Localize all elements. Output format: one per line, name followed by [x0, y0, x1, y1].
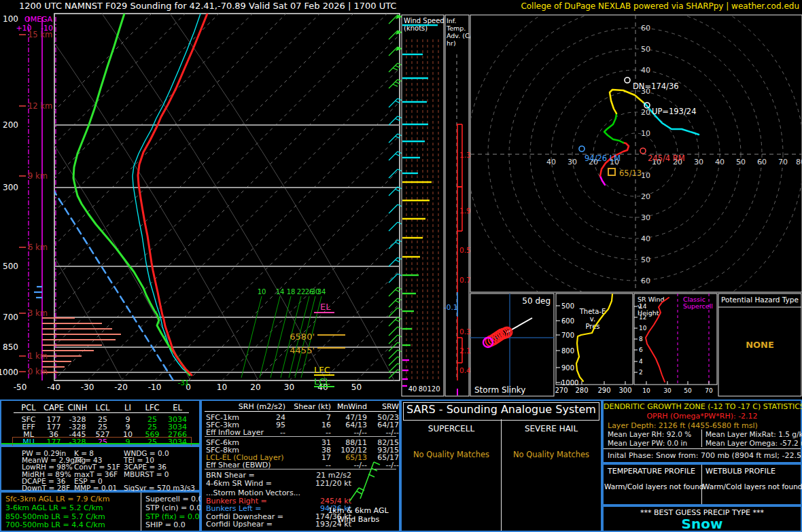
index-row: SHIP = 0.0	[145, 520, 186, 529]
theta-e-ylabel: 1000	[561, 379, 578, 387]
height-label: 3 km	[28, 308, 48, 318]
sars-panel: SARS - Sounding Analogue System SUPERCEL…	[400, 400, 602, 532]
index-row: STP (fix) = 0.0	[145, 512, 200, 521]
hodograph-y-label: 40	[641, 234, 650, 243]
hodograph-x-label: 80	[796, 158, 802, 166]
parcel-header-underline	[14, 412, 189, 413]
wetbulb-profile-header: WETBULB PROFILE	[705, 467, 775, 476]
advection-value: 0.7	[459, 276, 471, 284]
pressure-axis-label: 1000	[0, 368, 18, 377]
mixing-ratio-label: 34	[317, 288, 326, 296]
advection-value: 1.9	[459, 207, 471, 215]
sars-match-result: No Quality Matches	[402, 450, 501, 459]
advection-value: 1.3	[459, 151, 471, 159]
theta-e-ylabel: 800	[561, 347, 574, 355]
barb-inset-caption: Wind Barbs	[317, 515, 399, 524]
dgz-stat: Mean Layer RH: 92.0 %	[608, 430, 691, 438]
advection-title: Adv. (C/	[447, 32, 472, 39]
hodograph-x-label: 60	[757, 158, 767, 166]
sounding-plots-canvas: 1002003005007008501000-50-40-30-20-10010…	[0, 0, 802, 398]
theta-e-ylabel: 600	[561, 317, 574, 325]
theta-e-xlabel: 290	[597, 387, 610, 394]
pressure-axis-label: 850	[3, 342, 18, 352]
el-height-label: 6580'	[290, 332, 315, 342]
pressure-axis-label: 100	[3, 14, 18, 24]
temp-axis-label: -30	[81, 383, 94, 392]
advection-value: 2.1	[459, 347, 471, 355]
lapse-rate-row: Sfc-3km AGL LR = 7.9 C/km	[5, 495, 109, 503]
surface-value-label: -31	[178, 379, 189, 387]
lapse-rate-row: 700-500mb LR = 4.4 C/km	[5, 520, 105, 529]
srh-separator	[205, 436, 396, 437]
hodograph-x-label: 30	[568, 158, 577, 166]
hodograph-y-label: 30	[641, 213, 650, 222]
hodograph-marker-label: 65/13	[619, 169, 642, 178]
windspeed-axis-label: 40	[408, 385, 417, 393]
dendritic-growth-panel: DENDRITIC GROWTH ZONE (-12 TO -17 C) STA…	[602, 400, 802, 463]
agl-wind-barb	[349, 488, 359, 501]
theta-e-xlabel: 270	[555, 387, 568, 394]
advection-title: hr)	[447, 39, 456, 47]
profiles-divider	[701, 465, 702, 504]
dgz-stat: Mean Layer PW: 0.0 in	[608, 439, 687, 447]
srh-header-underline	[205, 411, 396, 412]
agl-wind-barb	[360, 462, 374, 499]
sr-wind-xlabel: 50	[684, 387, 692, 394]
dgz-stat: Mean Layer Omega: -57.2 ub/s	[705, 439, 802, 447]
stat-value: MBURST = 0	[124, 470, 169, 478]
theta-e-ylabel: 900	[561, 364, 574, 372]
dgz-oprh: OPRH (Omega*PW*RH): -2.12	[604, 412, 801, 421]
dgz-divider	[701, 429, 702, 447]
temp-axis-label: 50	[351, 383, 362, 392]
height-label: 12 km	[28, 101, 52, 111]
theta-e-ylabel: 500	[561, 302, 574, 310]
windspeed-title: Wind Speed	[404, 17, 444, 24]
agl-wind-barb-tick	[371, 468, 377, 471]
sars-divider	[501, 419, 502, 531]
sr-wind-ylabel: 10	[639, 325, 647, 332]
pressure-axis-label: 500	[3, 262, 18, 271]
wetbulb-profile-body: Warm/Cold layers not found.	[703, 482, 802, 491]
sr-wind-ylabel: 8	[639, 336, 643, 342]
el-label: EL	[320, 302, 331, 312]
dgz-separator	[604, 448, 801, 449]
thermo-stats-panel: PW = 0.29inK = 8WNDG = 0.0MeanW = 2.9g/k…	[0, 446, 201, 491]
theta-e-title: v.	[590, 315, 595, 323]
storm-motion-label: Corfidi Upshear =	[206, 520, 273, 529]
hodograph-x-label: 50	[736, 158, 746, 166]
lapse-rate-row: 3-6km AGL LR = 5.2 C/km	[5, 503, 103, 512]
mixing-ratio-label: 10	[258, 288, 266, 296]
hodograph-marker-label: DN=174/36	[633, 82, 679, 91]
temperature-profile-header: TEMPERATURE PROFILE	[608, 467, 695, 476]
hodograph-x-label: 30	[694, 158, 703, 166]
height-label: 0 km	[28, 367, 48, 376]
sr-wind-xlabel: 70	[705, 387, 713, 394]
height-label: 15 km	[28, 30, 52, 39]
parcel-col-header: EL	[158, 403, 196, 412]
index-row: STP (cin) = 0.0	[145, 503, 201, 512]
advection-title: Temp.	[446, 24, 466, 32]
classic-supercell-label: Supercell	[683, 302, 713, 310]
lfc-label: LFC	[314, 365, 330, 375]
sars-match-result: No Quality Matches	[502, 450, 601, 459]
theta-e-xlabel: 280	[575, 387, 588, 394]
advection-value: 0.4	[459, 366, 471, 374]
temp-axis-label: -50	[14, 383, 27, 392]
hodograph-x-label: 70	[778, 158, 788, 166]
theta-e-ylabel: 700	[561, 332, 574, 339]
lfc-height-label: 4455'	[290, 345, 315, 355]
advection-value: 0.3	[459, 327, 471, 336]
advection-value: 0.5	[459, 246, 471, 254]
mixing-ratio-label: 18	[287, 288, 296, 296]
slinky-title: Storm Slinky	[474, 385, 525, 395]
hodograph-y-label: 10	[641, 129, 650, 138]
hodograph-y-label: 40	[641, 66, 650, 75]
agl-wind-barb-tick	[374, 462, 380, 465]
brn-label: 4-6km SR Wind =	[206, 479, 272, 488]
pressure-axis-label: 200	[3, 120, 18, 130]
kinematics-panel: SRH (m2/s2)Shear (kt)MnWindSRWSFC-1km247…	[201, 400, 400, 532]
hodograph-y-label: 50	[641, 45, 650, 54]
best-guess-precip-panel: *** BEST GUESS PRECIP TYPE *** Snow	[602, 506, 802, 532]
sr-wind-ylabel: 14	[639, 303, 647, 310]
mixing-ratio-label: 14	[276, 288, 285, 296]
